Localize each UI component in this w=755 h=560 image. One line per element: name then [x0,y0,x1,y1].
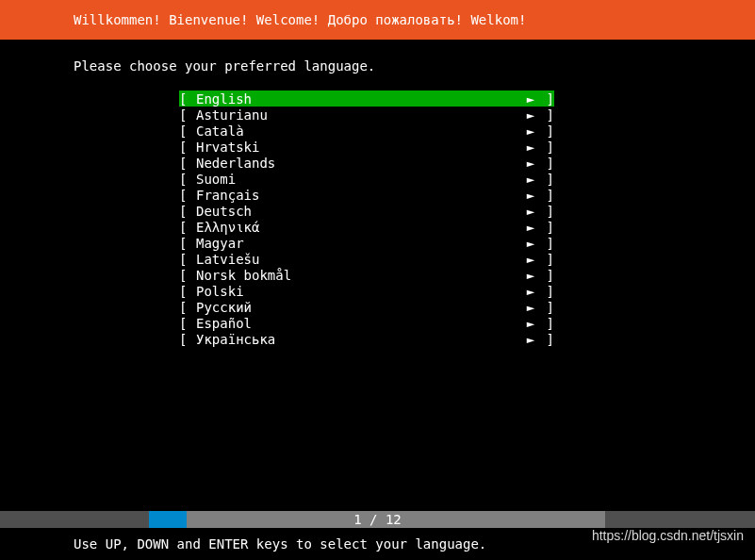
submenu-arrow-icon: ► [524,252,537,267]
language-item[interactable]: [ Suomi► ] [179,171,554,187]
bracket-right: ] [537,124,554,139]
bracket-left: [ [179,156,196,171]
language-item[interactable]: [ Català► ] [179,123,554,139]
language-name: Hrvatski [196,140,524,155]
language-item[interactable]: [ Latviešu► ] [179,251,554,267]
language-name: Suomi [196,172,524,187]
bracket-right: ] [537,316,554,331]
bracket-left: [ [179,107,196,123]
bracket-right: ] [537,284,554,299]
bracket-left: [ [179,220,196,235]
bracket-right: ] [537,156,554,171]
language-name: Українська [196,332,524,347]
bracket-left: [ [179,204,196,219]
bracket-left: [ [179,332,196,347]
language-item[interactable]: [ Ελληνικά► ] [179,219,554,235]
language-item[interactable]: [ Русский► ] [179,299,554,315]
bracket-left: [ [179,284,196,299]
prompt-text: Please choose your preferred language. [74,58,755,74]
bracket-left: [ [179,188,196,203]
bracket-right: ] [537,107,554,123]
watermark: https://blog.csdn.net/tjsxin [592,528,744,543]
language-name: Polski [196,284,524,299]
bracket-left: [ [179,252,196,267]
submenu-arrow-icon: ► [524,188,537,203]
language-item[interactable]: [ Polski► ] [179,283,554,299]
progress-bar: 1 / 12 [0,511,755,528]
language-name: Español [196,316,524,331]
main-content: Please choose your preferred language. [… [0,40,755,347]
submenu-arrow-icon: ► [524,204,537,219]
language-item[interactable]: [ Norsk bokmål► ] [179,267,554,283]
bracket-left: [ [179,124,196,139]
submenu-arrow-icon: ► [524,268,537,283]
bracket-right: ] [537,172,554,187]
language-item[interactable]: [ Español► ] [179,315,554,331]
bracket-right: ] [537,188,554,203]
submenu-arrow-icon: ► [524,284,537,299]
submenu-arrow-icon: ► [524,140,537,155]
language-name: Magyar [196,236,524,251]
bracket-right: ] [537,268,554,283]
bracket-right: ] [537,252,554,267]
language-name: Català [196,124,524,139]
submenu-arrow-icon: ► [524,316,537,331]
language-item[interactable]: [ Asturianu► ] [179,107,554,123]
bracket-right: ] [537,220,554,235]
language-name: Asturianu [196,107,524,123]
language-item[interactable]: [ English► ] [179,91,554,107]
bracket-right: ] [537,140,554,155]
bracket-right: ] [537,236,554,251]
submenu-arrow-icon: ► [524,220,537,235]
submenu-arrow-icon: ► [524,107,537,123]
bracket-left: [ [179,140,196,155]
submenu-arrow-icon: ► [524,91,537,107]
header-title: Willkommen! Bienvenue! Welcome! Добро по… [74,12,526,27]
bracket-left: [ [179,268,196,283]
submenu-arrow-icon: ► [524,172,537,187]
language-list: [ English► ][ Asturianu► ][ Català► ][ H… [179,91,755,347]
bracket-left: [ [179,172,196,187]
language-item[interactable]: [ Nederlands► ] [179,155,554,171]
language-name: Ελληνικά [196,220,524,235]
submenu-arrow-icon: ► [524,300,537,315]
bracket-right: ] [537,300,554,315]
bracket-left: [ [179,236,196,251]
language-name: English [196,91,524,107]
language-item[interactable]: [ Français► ] [179,187,554,203]
bracket-left: [ [179,316,196,331]
submenu-arrow-icon: ► [524,236,537,251]
bracket-right: ] [537,332,554,347]
hint-text: Use UP, DOWN and ENTER keys to select yo… [74,536,486,552]
language-item[interactable]: [ Deutsch► ] [179,203,554,219]
progress-fill [149,511,187,528]
bracket-left: [ [179,300,196,315]
language-name: Русский [196,300,524,315]
submenu-arrow-icon: ► [524,332,537,347]
language-name: Norsk bokmål [196,268,524,283]
bracket-right: ] [537,204,554,219]
language-item[interactable]: [ Magyar► ] [179,235,554,251]
progress-label: 1 / 12 [353,512,402,527]
bracket-right: ] [537,91,554,107]
language-name: Nederlands [196,156,524,171]
submenu-arrow-icon: ► [524,156,537,171]
submenu-arrow-icon: ► [524,124,537,139]
language-name: Latviešu [196,252,524,267]
bracket-left: [ [179,91,196,107]
language-item[interactable]: [ Українська► ] [179,331,554,347]
language-item[interactable]: [ Hrvatski► ] [179,139,554,155]
language-name: Deutsch [196,204,524,219]
header-bar: Willkommen! Bienvenue! Welcome! Добро по… [0,0,755,40]
language-name: Français [196,188,524,203]
